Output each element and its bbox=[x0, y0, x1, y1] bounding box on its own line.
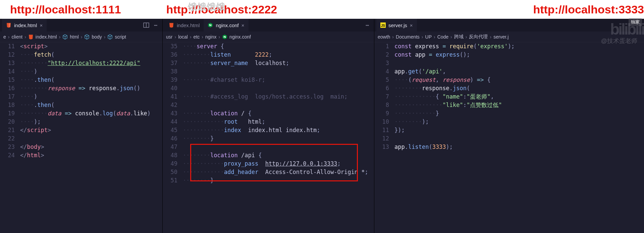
crumb-segment[interactable]: usr bbox=[166, 34, 172, 40]
code-line[interactable]: ····fetch( bbox=[20, 51, 162, 59]
line-number: 7 bbox=[374, 93, 389, 101]
header-labels: http://localhost:1111 http://localhost:2… bbox=[0, 0, 644, 19]
code-line[interactable]: const app = express(); bbox=[394, 51, 644, 59]
crumb-segment[interactable]: nginx bbox=[205, 34, 216, 40]
crumb-segment[interactable]: body bbox=[92, 34, 102, 40]
crumb-segment[interactable]: eowth bbox=[378, 34, 390, 40]
code-line[interactable]: <script> bbox=[20, 42, 162, 51]
code-line[interactable]: </script> bbox=[20, 126, 162, 134]
tab-label: nginx.conf bbox=[216, 22, 238, 28]
crumb-segment[interactable]: index.html bbox=[36, 34, 57, 40]
line-number: 35 bbox=[163, 42, 177, 51]
line-number: 47 bbox=[163, 143, 177, 151]
code-line[interactable]: </body> bbox=[20, 143, 162, 151]
breadcrumb[interactable]: usr ›local ›etc ›nginx › nginx.conf bbox=[163, 32, 374, 42]
code-line[interactable]: ············{ "name":"蛋老师", bbox=[394, 93, 644, 101]
editor-pane-left: index.html × ⋯ e ›client › index.html › … bbox=[0, 19, 162, 233]
crumb-segment[interactable]: e bbox=[3, 34, 6, 40]
split-editor-button[interactable] bbox=[142, 20, 151, 30]
line-number: 8 bbox=[374, 101, 389, 109]
crumb-segment[interactable]: nginx.conf bbox=[229, 34, 251, 40]
code-line[interactable]: ····.then( bbox=[20, 101, 162, 109]
code-line[interactable]: ····(request, response) => { bbox=[394, 76, 644, 84]
code-line[interactable]: ········data => console.log(data.like) bbox=[20, 109, 162, 118]
breadcrumb[interactable]: e ›client › index.html › html › body › s… bbox=[0, 32, 162, 42]
code-line[interactable]: ········#charset koi8-r; bbox=[183, 76, 374, 84]
code-line[interactable]: ············add_header Access-Control-Al… bbox=[183, 168, 374, 176]
code-line[interactable]: app.listen(3333); bbox=[394, 143, 644, 151]
line-number: 1 bbox=[374, 42, 389, 51]
line-number: 4 bbox=[374, 67, 389, 76]
code-line[interactable]: ········server_name localhost; bbox=[183, 59, 374, 67]
code-line[interactable]: ········location / { bbox=[183, 109, 374, 118]
code-line[interactable]: ············} bbox=[394, 109, 644, 118]
crumb-segment[interactable]: etc bbox=[194, 34, 200, 40]
close-icon[interactable]: × bbox=[410, 22, 413, 28]
crumb-segment[interactable]: 反向代理 bbox=[469, 34, 488, 40]
code-line[interactable]: </html> bbox=[20, 151, 162, 160]
code-line[interactable]: ····); bbox=[20, 118, 162, 126]
tab-index-html[interactable]: index.html × bbox=[2, 19, 47, 32]
line-number: 37 bbox=[163, 59, 177, 67]
code-editor[interactable]: 12345678910111213 const express = requir… bbox=[374, 42, 644, 233]
code-line[interactable]: ····) bbox=[20, 93, 162, 101]
code-area[interactable]: ····server {········listen 2222;········… bbox=[183, 42, 374, 233]
code-line[interactable]: ········"http://localhost:2222/api" bbox=[20, 59, 162, 67]
tab-index-html-inactive[interactable]: index.html bbox=[165, 19, 204, 32]
more-actions-button[interactable]: ⋯ bbox=[363, 20, 372, 30]
chevron-right-icon: › bbox=[392, 34, 394, 40]
code-area[interactable]: const express = require('express');const… bbox=[394, 42, 644, 233]
code-line[interactable]: ············index index.html index.htm; bbox=[183, 126, 374, 134]
crumb-segment[interactable]: client bbox=[11, 34, 22, 40]
code-line[interactable]: ····) bbox=[20, 67, 162, 76]
close-icon[interactable]: × bbox=[40, 22, 43, 28]
more-actions-button[interactable]: ⋯ bbox=[151, 20, 160, 30]
line-number: 20 bbox=[0, 118, 15, 126]
code-line[interactable]: app.get('/api', bbox=[394, 67, 644, 76]
code-line[interactable]: ········response.json( bbox=[394, 84, 644, 93]
crumb-segment[interactable]: UP bbox=[425, 34, 432, 40]
header-label-1111: http://localhost:1111 bbox=[10, 3, 121, 16]
code-line[interactable] bbox=[183, 143, 374, 151]
crumb-segment[interactable]: local bbox=[178, 34, 188, 40]
code-line[interactable]: ··············"like":"点赞数过低" bbox=[394, 101, 644, 109]
line-number: 2 bbox=[374, 51, 389, 59]
line-gutter: 1112131415161718192021222324 bbox=[0, 42, 20, 233]
code-line[interactable] bbox=[394, 59, 644, 67]
code-line[interactable]: ····.then( bbox=[20, 76, 162, 84]
code-line[interactable]: ············proxy_pass http://127.0.0.1:… bbox=[183, 160, 374, 168]
crumb-segment[interactable]: html bbox=[70, 34, 78, 40]
code-line[interactable]: ····server { bbox=[183, 42, 374, 51]
code-line[interactable]: const express = require('express'); bbox=[394, 42, 644, 51]
crumb-segment[interactable]: script bbox=[115, 34, 126, 40]
code-line[interactable] bbox=[20, 134, 162, 143]
tab-server-js[interactable]: JS server.js × bbox=[376, 19, 417, 32]
tab-label: server.js bbox=[388, 22, 407, 28]
line-number: 39 bbox=[163, 76, 177, 84]
crumb-segment[interactable]: server.j bbox=[493, 34, 508, 40]
code-area[interactable]: <script>····fetch(········"http://localh… bbox=[20, 42, 162, 233]
code-line[interactable] bbox=[183, 67, 374, 76]
code-line[interactable]: ········response => response.json() bbox=[20, 84, 162, 93]
code-line[interactable] bbox=[183, 101, 374, 109]
code-line[interactable]: ········#access_log logs/host.access.log… bbox=[183, 93, 374, 101]
code-line[interactable]: }); bbox=[394, 126, 644, 134]
code-line[interactable] bbox=[394, 134, 644, 143]
code-line[interactable] bbox=[183, 84, 374, 93]
code-editor[interactable]: 1112131415161718192021222324 <script>···… bbox=[0, 42, 162, 233]
code-line[interactable]: ············root html; bbox=[183, 118, 374, 126]
code-line[interactable]: ········listen 2222; bbox=[183, 51, 374, 59]
html5-icon bbox=[169, 22, 174, 28]
code-line[interactable]: ········} bbox=[183, 176, 374, 185]
chevron-right-icon: › bbox=[202, 34, 203, 40]
code-line[interactable]: ········} bbox=[183, 134, 374, 143]
code-line[interactable]: ········location /api { bbox=[183, 151, 374, 160]
code-editor[interactable]: 3536373839404142434445464748495051 ····s… bbox=[163, 42, 374, 233]
close-icon[interactable]: × bbox=[241, 22, 245, 28]
crumb-segment[interactable]: 跨域 bbox=[454, 34, 464, 40]
crumb-segment[interactable]: Code bbox=[437, 34, 448, 40]
crumb-segment[interactable]: Documents bbox=[396, 34, 420, 40]
html5-icon bbox=[6, 22, 11, 28]
code-line[interactable]: ········); bbox=[394, 118, 644, 126]
tab-nginx-conf[interactable]: nginx.conf × bbox=[204, 19, 248, 32]
